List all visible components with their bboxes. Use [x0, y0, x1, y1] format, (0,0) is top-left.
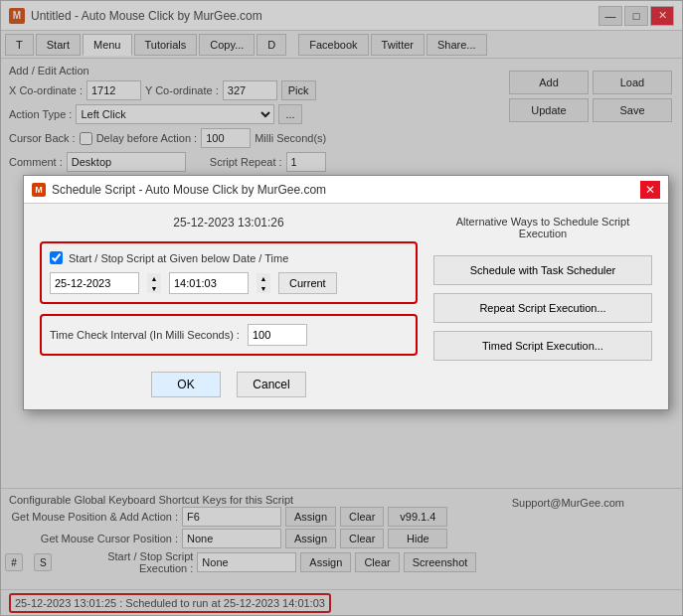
time-spinners: ▲ ▼ [256, 273, 270, 293]
dialog-left: 25-12-2023 13:01:26 Start / Stop Script … [40, 216, 418, 397]
interval-input[interactable] [248, 324, 307, 346]
interval-label: Time Check Interval (In Milli Seconds) : [50, 329, 240, 341]
time-input[interactable] [169, 272, 249, 294]
dialog-icon: M [32, 183, 46, 197]
repeat-execution-button[interactable]: Repeat Script Execution... [433, 293, 652, 323]
interval-section: Time Check Interval (In Milli Seconds) : [40, 314, 418, 356]
ok-button[interactable]: OK [151, 372, 221, 397]
date-down-button[interactable]: ▼ [147, 283, 161, 293]
dialog-title-left: M Schedule Script - Auto Mouse Click by … [32, 183, 326, 197]
current-button[interactable]: Current [278, 272, 337, 294]
date-input[interactable] [50, 272, 139, 294]
time-up-button[interactable]: ▲ [256, 273, 270, 283]
schedule-checkbox-section: Start / Stop Script at Given below Date … [40, 241, 418, 304]
date-time-row: ▲ ▼ ▲ ▼ Current [50, 272, 408, 294]
date-up-button[interactable]: ▲ [147, 273, 161, 283]
dialog-datetime: 25-12-2023 13:01:26 [40, 216, 418, 230]
checkbox-row: Start / Stop Script at Given below Date … [50, 251, 408, 264]
dialog-title-bar: M Schedule Script - Auto Mouse Click by … [24, 176, 668, 204]
time-down-button[interactable]: ▼ [256, 283, 270, 293]
main-window: M Untitled - Auto Mouse Click by MurGee.… [0, 0, 683, 616]
checkbox-label: Start / Stop Script at Given below Date … [69, 252, 288, 264]
dialog-body: 25-12-2023 13:01:26 Start / Stop Script … [24, 204, 668, 409]
dialog-title-text: Schedule Script - Auto Mouse Click by Mu… [52, 183, 326, 197]
cancel-button[interactable]: Cancel [237, 372, 306, 397]
alt-label: Alternative Ways to Schedule Script Exec… [433, 216, 652, 239]
dialog-right: Alternative Ways to Schedule Script Exec… [433, 216, 652, 397]
schedule-checkbox[interactable] [50, 251, 63, 264]
dialog-close-button[interactable]: ✕ [640, 181, 660, 199]
task-scheduler-button[interactable]: Schedule with Task Scheduler [433, 255, 652, 285]
schedule-dialog: M Schedule Script - Auto Mouse Click by … [23, 175, 669, 410]
dialog-actions: OK Cancel [40, 372, 418, 397]
timed-execution-button[interactable]: Timed Script Execution... [433, 331, 652, 361]
date-spinners: ▲ ▼ [147, 273, 161, 293]
